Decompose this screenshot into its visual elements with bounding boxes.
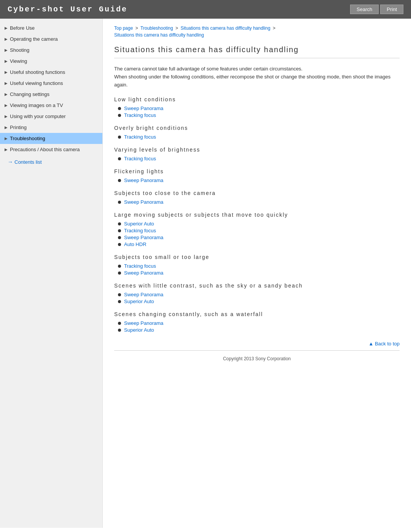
section-link[interactable]: Auto HDR [124, 241, 147, 247]
list-item: Sweep Panorama [118, 320, 400, 326]
intro-text: The camera cannot take full advantage of… [114, 65, 400, 89]
arrow-icon: → [8, 159, 13, 165]
bullet-icon [118, 243, 121, 246]
section-link[interactable]: Tracking focus [124, 134, 156, 140]
breadcrumb: Top page > Troubleshooting > Situations … [114, 25, 400, 38]
bullet-icon [118, 201, 121, 204]
layout: ▶Before Use▶Operating the camera▶Shootin… [0, 19, 411, 528]
footer: Copyright 2013 Sony Corporation [114, 350, 400, 367]
sidebar-item-changing-settings[interactable]: ▶Changing settings [0, 89, 102, 100]
bullet-icon [118, 300, 121, 303]
breadcrumb-link[interactable]: Top page [114, 26, 133, 31]
expand-arrow-icon: ▶ [5, 81, 8, 85]
list-item: Sweep Panorama [118, 105, 400, 111]
copyright-text: Copyright 2013 Sony Corporation [223, 356, 291, 361]
section-title: Subjects too close to the camera [114, 190, 400, 196]
sidebar-item-label: Printing [10, 125, 27, 130]
section-link[interactable]: Sweep Panorama [124, 199, 163, 205]
sidebar-item-using-with-your-computer[interactable]: ▶Using with your computer [0, 111, 102, 122]
sidebar-item-label: Before Use [10, 25, 35, 31]
section-link[interactable]: Tracking focus [124, 112, 156, 118]
sidebar-item-label: Viewing images on a TV [10, 102, 63, 108]
section-link[interactable]: Sweep Panorama [124, 320, 163, 326]
section-title: Scenes changing constantly, such as a wa… [114, 311, 400, 317]
section-link[interactable]: Tracking focus [124, 228, 156, 233]
list-item: Sweep Panorama [118, 199, 400, 205]
section-2: Varying levels of brightnessTracking foc… [114, 147, 400, 161]
bullet-icon [118, 136, 121, 139]
breadcrumb-sep: > [134, 26, 139, 31]
sidebar-item-operating-the-camera[interactable]: ▶Operating the camera [0, 34, 102, 45]
list-item: Superior Auto [118, 221, 400, 227]
section-list: Sweep PanoramaSuperior Auto [114, 292, 400, 304]
section-link[interactable]: Tracking focus [124, 263, 156, 269]
expand-arrow-icon: ▶ [5, 48, 8, 52]
sidebar: ▶Before Use▶Operating the camera▶Shootin… [0, 19, 103, 528]
expand-arrow-icon: ▶ [5, 92, 8, 96]
expand-arrow-icon: ▶ [5, 70, 8, 74]
section-title: Scenes with little contrast, such as the… [114, 283, 400, 289]
section-link[interactable]: Sweep Panorama [124, 177, 163, 183]
section-title: Subjects too small or too large [114, 254, 400, 260]
sidebar-item-precautions--about-this-camera[interactable]: ▶Precautions / About this camera [0, 144, 102, 155]
section-link[interactable]: Sweep Panorama [124, 235, 163, 240]
section-5: Large moving subjects or subjects that m… [114, 212, 400, 247]
section-list: Sweep PanoramaSuperior Auto [114, 320, 400, 333]
section-list: Sweep PanoramaTracking focus [114, 105, 400, 118]
breadcrumb-link[interactable]: Situations this camera has difficulty ha… [114, 32, 204, 38]
section-7: Scenes with little contrast, such as the… [114, 283, 400, 304]
section-link[interactable]: Sweep Panorama [124, 105, 163, 111]
bullet-icon [118, 229, 121, 232]
list-item: Auto HDR [118, 241, 400, 247]
back-to-top-link[interactable]: ▲ Back to top [368, 341, 400, 347]
header-buttons: Search Print [350, 5, 403, 14]
sidebar-item-before-use[interactable]: ▶Before Use [0, 22, 102, 34]
sidebar-item-label: Viewing [10, 58, 27, 64]
bullet-icon [118, 265, 121, 268]
breadcrumb-link[interactable]: Troubleshooting [140, 26, 173, 31]
list-item: Tracking focus [118, 263, 400, 269]
section-title: Large moving subjects or subjects that m… [114, 212, 400, 218]
sidebar-item-viewing[interactable]: ▶Viewing [0, 56, 102, 67]
expand-arrow-icon: ▶ [5, 114, 8, 118]
breadcrumb-link[interactable]: Situations this camera has difficulty ha… [180, 26, 270, 31]
bullet-icon [118, 107, 121, 110]
expand-arrow-icon: ▶ [5, 59, 8, 63]
breadcrumb-sep: > [174, 26, 180, 31]
section-title: Varying levels of brightness [114, 147, 400, 153]
sidebar-item-troubleshooting[interactable]: ▶Troubleshooting [0, 133, 102, 144]
section-0: Low light conditionsSweep PanoramaTracki… [114, 96, 400, 118]
expand-arrow-icon: ▶ [5, 37, 8, 41]
contents-list-link[interactable]: → Contents list [0, 155, 102, 166]
intro-paragraph: When shooting under the following condit… [114, 73, 400, 89]
print-button[interactable]: Print [380, 5, 403, 14]
section-list: Tracking focus [114, 134, 400, 140]
sidebar-item-label: Shooting [10, 47, 29, 53]
section-link[interactable]: Tracking focus [124, 156, 156, 161]
section-link[interactable]: Superior Auto [124, 299, 154, 304]
bullet-icon [118, 157, 121, 160]
section-link[interactable]: Sweep Panorama [124, 292, 163, 297]
section-link[interactable]: Sweep Panorama [124, 270, 163, 276]
list-item: Sweep Panorama [118, 235, 400, 240]
contents-list-label: Contents list [14, 159, 42, 165]
bullet-icon [118, 322, 121, 325]
section-link[interactable]: Superior Auto [124, 221, 154, 227]
breadcrumb-sep: > [271, 26, 275, 31]
sidebar-item-label: Useful viewing functions [10, 80, 63, 86]
expand-arrow-icon: ▶ [5, 147, 8, 152]
sidebar-item-label: Using with your computer [10, 113, 66, 119]
section-list: Sweep Panorama [114, 199, 400, 205]
section-3: Flickering lightsSweep Panorama [114, 168, 400, 183]
expand-arrow-icon: ▶ [5, 26, 8, 30]
sections: Low light conditionsSweep PanoramaTracki… [114, 96, 400, 333]
section-title: Low light conditions [114, 96, 400, 102]
sidebar-item-label: Troubleshooting [10, 136, 45, 141]
sidebar-item-shooting[interactable]: ▶Shooting [0, 45, 102, 56]
sidebar-item-useful-viewing-functions[interactable]: ▶Useful viewing functions [0, 78, 102, 89]
sidebar-item-useful-shooting-functions[interactable]: ▶Useful shooting functions [0, 67, 102, 78]
search-button[interactable]: Search [350, 5, 379, 14]
section-link[interactable]: Superior Auto [124, 327, 154, 333]
sidebar-item-viewing-images-on-a-tv[interactable]: ▶Viewing images on a TV [0, 100, 102, 111]
sidebar-item-printing[interactable]: ▶Printing [0, 122, 102, 133]
